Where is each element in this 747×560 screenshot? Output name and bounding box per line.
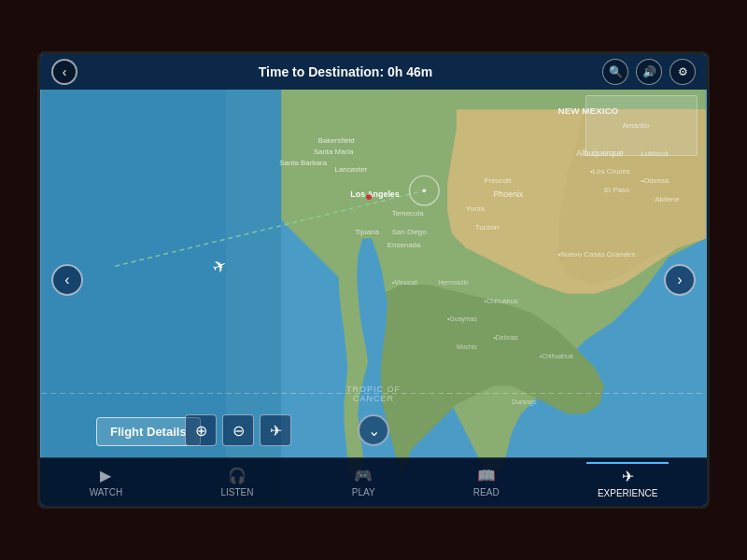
tab-experience[interactable]: ✈ EXPERIENCE <box>586 462 669 502</box>
svg-text:Temecula: Temecula <box>392 209 424 217</box>
nav-right[interactable]: › <box>664 264 696 296</box>
tropic-of-cancer-label: TROPIC OF CANCER <box>346 385 401 403</box>
svg-text:Ensenada: Ensenada <box>388 241 421 249</box>
watch-icon: ▶ <box>100 467 111 484</box>
play-icon: 🎮 <box>354 467 373 484</box>
settings-button[interactable]: ⚙ <box>669 59 696 85</box>
svg-text:•Chihuahua: •Chihuahua <box>540 353 573 359</box>
tab-watch-label: WATCH <box>90 487 123 497</box>
svg-text:Los Angeles: Los Angeles <box>350 189 400 199</box>
svg-text:Tucson: Tucson <box>475 223 500 231</box>
back-button-top[interactable]: ‹ <box>51 59 78 85</box>
tab-experience-label: EXPERIENCE <box>598 488 657 498</box>
svg-text:El Paso: El Paso <box>604 186 630 194</box>
svg-text:•Los Cruces: •Los Cruces <box>590 167 630 175</box>
svg-text:•Mexicali: •Mexicali <box>392 279 418 286</box>
read-icon: 📖 <box>477 467 496 484</box>
mini-info-box <box>585 95 698 156</box>
svg-text:Lancaster: Lancaster <box>335 165 368 174</box>
tab-read-label: READ <box>473 487 500 497</box>
svg-text:Prescott: Prescott <box>485 176 513 185</box>
listen-icon: 🎧 <box>228 467 247 484</box>
search-button[interactable]: 🔍 <box>602 59 628 85</box>
svg-text:•Guaymas: •Guaymas <box>447 315 478 323</box>
svg-text:•Nuevo Casas Grandes: •Nuevo Casas Grandes <box>558 250 636 259</box>
tab-watch[interactable]: ▶ WATCH <box>78 463 134 501</box>
scroll-down-button[interactable]: ⌄ <box>358 414 389 446</box>
top-bar: ‹ Time to Destination: 0h 46m 🔍 🔊 ⚙ <box>40 54 707 90</box>
tab-play-label: PLAY <box>352 487 375 497</box>
svg-text:Santa Barbara: Santa Barbara <box>279 159 327 167</box>
volume-button[interactable]: 🔊 <box>636 59 662 85</box>
tab-play[interactable]: 🎮 PLAY <box>341 463 387 501</box>
svg-point-12 <box>366 194 372 200</box>
map-area: Los Angeles Santa Barbara Santa Maria La… <box>40 54 707 506</box>
svg-text:Durango: Durango <box>512 399 537 406</box>
svg-text:Hermosillo: Hermosillo <box>438 279 469 286</box>
svg-text:San Diego: San Diego <box>392 228 427 236</box>
airplane-mode-button[interactable]: ✈ <box>260 414 291 446</box>
time-to-destination: Time to Destination: 0h 46m <box>89 64 602 79</box>
tab-listen-label: LISTEN <box>220 487 253 497</box>
svg-text:Santa Maria: Santa Maria <box>314 147 354 156</box>
svg-text:•Odessa: •Odessa <box>641 176 669 185</box>
svg-text:Phoenix: Phoenix <box>493 189 524 199</box>
top-right-icons: 🔍 🔊 ⚙ <box>602 59 696 85</box>
bottom-bar: ▶ WATCH 🎧 LISTEN 🎮 PLAY 📖 READ ✈ EXPERIE… <box>40 457 707 506</box>
nav-left[interactable]: ‹ <box>51 264 83 296</box>
main-screen: Los Angeles Santa Barbara Santa Maria La… <box>37 51 710 509</box>
zoom-in-button[interactable]: ⊕ <box>185 414 217 446</box>
svg-text:•Chihuahua: •Chihuahua <box>485 298 518 304</box>
experience-icon: ✈ <box>622 468 634 485</box>
tab-listen[interactable]: 🎧 LISTEN <box>209 463 264 501</box>
map-controls: ⊕ ⊖ ✈ <box>185 414 291 446</box>
svg-text:Bakersfield: Bakersfield <box>318 136 355 145</box>
svg-text:Yuma: Yuma <box>466 204 486 213</box>
zoom-out-button[interactable]: ⊖ <box>222 414 254 446</box>
nav-right-button[interactable]: › <box>664 264 696 296</box>
svg-text:•Delicias: •Delicias <box>493 334 518 341</box>
nav-left-button[interactable]: ‹ <box>51 264 83 296</box>
svg-text:Mochis: Mochis <box>457 343 477 350</box>
svg-text:Tijuana: Tijuana <box>355 228 379 236</box>
svg-text:Abilene: Abilene <box>655 195 680 203</box>
svg-point-44 <box>422 189 426 192</box>
tab-read[interactable]: 📖 READ <box>462 463 511 501</box>
